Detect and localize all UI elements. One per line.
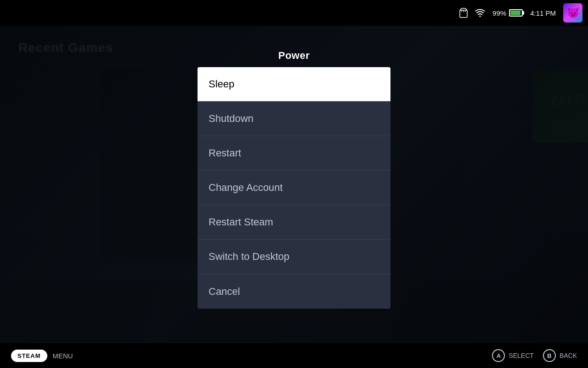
wifi-icon	[475, 9, 485, 17]
time-display: 4:11 PM	[530, 9, 556, 17]
select-button-group: A SELECT	[492, 349, 533, 362]
select-label: SELECT	[509, 352, 533, 359]
bottombar-right: A SELECT B BACK	[492, 349, 577, 362]
back-button-group: B BACK	[543, 349, 577, 362]
battery-fill	[510, 11, 520, 15]
menu-item-switch-desktop-label: Switch to Desktop	[209, 251, 289, 263]
steam-button-label: STEAM	[17, 352, 41, 359]
battery-percent: 99%	[492, 9, 506, 17]
sd-card-icon	[459, 8, 468, 18]
a-button-circle: A	[492, 349, 505, 362]
battery-bar	[509, 9, 523, 17]
steam-button[interactable]: STEAM	[11, 350, 47, 362]
avatar[interactable]: 😈	[563, 3, 582, 23]
svg-point-7	[480, 16, 481, 17]
menu-item-restart-label: Restart	[209, 147, 241, 159]
bottombar: STEAM MENU A SELECT B BACK	[0, 343, 588, 368]
menu-item-switch-to-desktop[interactable]: Switch to Desktop	[198, 240, 390, 274]
menu-item-shutdown-label: Shutdown	[209, 113, 254, 125]
statusbar-right: 99% 4:11 PM 😈	[459, 3, 582, 23]
menu-item-sleep[interactable]: Sleep	[198, 67, 390, 102]
power-modal-title: Power	[198, 50, 390, 62]
menu-item-change-account-label: Change Account	[209, 182, 283, 194]
menu-item-cancel[interactable]: Cancel	[198, 274, 390, 309]
menu-item-shutdown[interactable]: Shutdown	[198, 102, 390, 136]
menu-item-cancel-label: Cancel	[209, 286, 240, 298]
back-label: BACK	[560, 352, 577, 359]
b-button-circle: B	[543, 349, 556, 362]
avatar-emoji: 😈	[567, 7, 579, 19]
menu-item-restart-steam[interactable]: Restart Steam	[198, 205, 390, 240]
menu-item-change-account[interactable]: Change Account	[198, 171, 390, 205]
menu-item-restart[interactable]: Restart	[198, 136, 390, 171]
battery-indicator: 99%	[492, 9, 523, 17]
b-button-label: B	[547, 352, 551, 359]
power-modal: Power Sleep Shutdown Restart Change Acco…	[198, 50, 390, 309]
a-button-label: A	[497, 352, 501, 359]
power-menu-list: Sleep Shutdown Restart Change Account Re…	[198, 67, 390, 309]
statusbar: 99% 4:11 PM 😈	[0, 0, 588, 26]
menu-item-restart-steam-label: Restart Steam	[209, 216, 273, 228]
menu-item-sleep-label: Sleep	[209, 78, 234, 90]
menu-label: MENU	[53, 352, 73, 360]
